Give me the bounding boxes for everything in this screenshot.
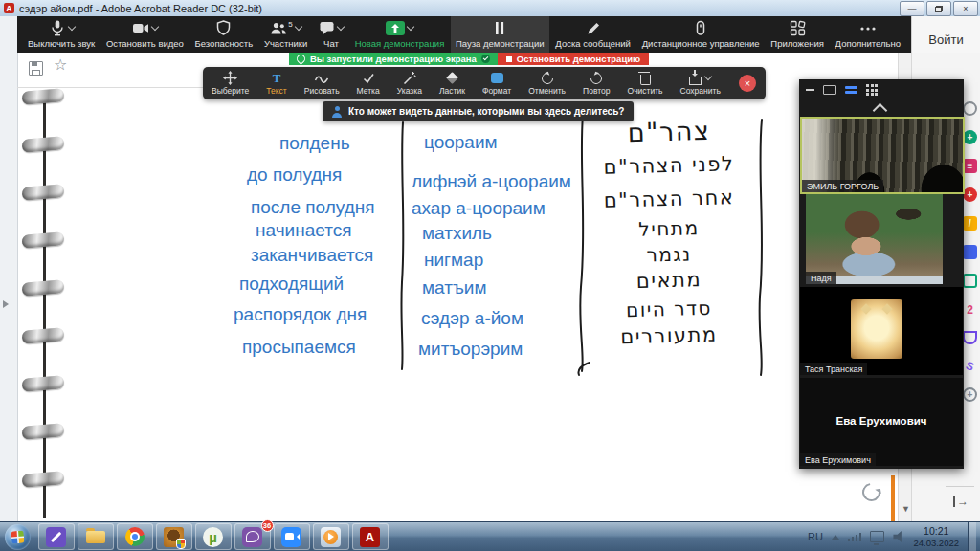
format-tool[interactable]: Формат — [479, 72, 514, 96]
scroll-down-icon[interactable]: ▼ — [902, 504, 910, 514]
hebrew-word: מתחיל — [579, 215, 760, 243]
mute-button[interactable]: Выключить звук — [23, 16, 100, 53]
eraser-tool[interactable]: Ластик — [436, 72, 468, 96]
nav-pane-toggle-icon[interactable] — [3, 300, 9, 308]
spotlight-tool[interactable]: Указка — [394, 72, 425, 96]
zoom-meeting-toolbar: Выключить звук Остановить видео Безопасн… — [17, 16, 911, 53]
close-button[interactable]: × — [953, 1, 978, 16]
volume-icon[interactable] — [893, 531, 904, 542]
redo-button[interactable]: Повтор — [580, 72, 612, 96]
screen: A сэдэр айом.pdf - Adobe Acrobat Reader … — [0, 0, 980, 551]
pencil-icon — [586, 21, 601, 36]
taskbar-zoom[interactable] — [274, 523, 310, 550]
draw-tool[interactable]: Рисовать — [301, 72, 343, 96]
participants-count: 5 — [288, 20, 292, 29]
new-share-label: Новая демонстрация — [355, 38, 445, 49]
taskbar-chrome[interactable] — [117, 523, 153, 550]
undo-button[interactable]: Отменить — [525, 72, 568, 96]
fill-sign-icon[interactable]: 2 — [963, 302, 977, 317]
chevron-down-icon[interactable] — [704, 73, 712, 80]
taskbar-viber[interactable]: 36 — [234, 523, 271, 550]
participants-button[interactable]: 5 Участники — [259, 16, 312, 53]
text-tool[interactable]: T Текст — [263, 72, 289, 96]
more-button[interactable]: Дополнительно — [831, 16, 905, 53]
speaker-view-icon[interactable] — [823, 85, 836, 95]
remote-control-button[interactable]: Дистанционное управление — [637, 16, 765, 53]
security-button[interactable]: Безопасность — [190, 16, 258, 53]
stop-share-button[interactable]: Остановить демонстрацию — [498, 53, 649, 65]
network-icon[interactable] — [870, 531, 884, 542]
taskbar-bear-app[interactable] — [156, 523, 192, 550]
search-icon[interactable] — [963, 101, 977, 116]
taskbar-file-explorer[interactable] — [78, 523, 114, 550]
apps-button[interactable]: Приложения — [766, 16, 829, 53]
orange-edge-strip — [891, 475, 895, 521]
stamp-icon[interactable] — [963, 274, 977, 288]
participants-label: Участники — [264, 38, 307, 49]
ru-word: подходящий — [239, 274, 344, 295]
create-pdf-icon[interactable]: + — [963, 187, 977, 202]
signal-strength-icon[interactable] — [848, 533, 862, 541]
acrobat-save-icon[interactable] — [29, 61, 43, 76]
hidden-icons-arrow[interactable] — [832, 535, 839, 540]
utorrent-icon: µ — [203, 527, 223, 547]
participant-video-tile[interactable]: Надя — [806, 194, 943, 284]
bear-app-icon — [164, 527, 184, 547]
protect-icon[interactable] — [963, 331, 977, 344]
chevron-down-icon[interactable] — [151, 23, 159, 31]
taskbar-media-player[interactable] — [313, 523, 349, 550]
taskbar-clock[interactable]: 10:21 24.03.2022 — [913, 525, 959, 549]
export-pdf-icon[interactable]: ≡ — [963, 159, 977, 173]
close-annotation-toolbar-button[interactable]: × — [739, 75, 756, 92]
chevron-down-icon[interactable] — [337, 23, 345, 31]
media-player-icon — [321, 527, 341, 547]
language-indicator[interactable]: RU — [808, 531, 823, 542]
chat-button[interactable]: Чат — [314, 16, 348, 53]
start-button[interactable] — [5, 524, 31, 550]
chevron-down-icon[interactable] — [295, 23, 302, 31]
text-label: Текст — [266, 86, 286, 96]
taskbar-utorrent[interactable]: µ — [195, 523, 232, 550]
edit-pdf-icon[interactable]: / — [963, 216, 977, 231]
taskbar-adobe-reader[interactable]: A — [352, 523, 389, 550]
clear-label: Очистить — [628, 86, 663, 96]
redo-label: Повтор — [583, 86, 610, 96]
save-annotation-button[interactable]: Сохранить — [678, 72, 724, 96]
stop-video-button[interactable]: Остановить видео — [101, 16, 189, 53]
participant-video-tile[interactable]: Ева Ерухимович Ева Ерухимович — [800, 378, 963, 466]
stamp-tool[interactable]: Метка — [354, 72, 383, 96]
whiteboard-button[interactable]: Доска сообщений — [550, 16, 635, 53]
combine-files-icon[interactable] — [963, 245, 977, 259]
sign-in-link[interactable]: Войти — [928, 33, 963, 47]
chevron-down-icon[interactable] — [407, 23, 414, 31]
pause-share-button[interactable]: Пауза демонстрации — [451, 16, 549, 53]
window-controls: — × — [900, 1, 978, 16]
clear-button[interactable]: Очистить — [625, 72, 666, 96]
comment-add-icon[interactable]: + — [963, 130, 977, 144]
chevron-down-icon[interactable] — [67, 23, 75, 31]
taskbar-notes-app[interactable] — [38, 523, 75, 550]
minimize-button[interactable]: — — [900, 1, 924, 16]
remote-control-icon — [693, 20, 708, 36]
panel-collapse-icon[interactable]: → — [953, 496, 969, 507]
gallery-view-icon[interactable] — [866, 84, 878, 96]
more-label: Дополнительно — [835, 38, 901, 49]
ru-word: полдень — [279, 133, 350, 154]
more-tools-icon[interactable]: + — [963, 387, 977, 402]
select-tool[interactable]: Выберите — [209, 72, 252, 96]
strip-view-icon[interactable] — [845, 86, 858, 95]
restore-button[interactable] — [926, 1, 951, 16]
new-share-button[interactable]: Новая демонстрация — [350, 16, 450, 53]
minimize-panel-icon[interactable] — [806, 89, 814, 91]
spiral-ring — [21, 423, 64, 440]
acrobat-star-icon[interactable]: ☆ — [54, 57, 67, 73]
show-desktop-button[interactable] — [968, 522, 976, 551]
participant-video-tile[interactable]: Тася Транская — [800, 287, 963, 375]
translit-word: матъим — [422, 277, 486, 298]
participant-video-tile[interactable]: ЭМИЛЬ ГОРГОЛЬ — [800, 117, 965, 194]
eraser-label: Ластик — [439, 86, 465, 96]
kitten-avatar — [851, 299, 902, 359]
windows-taskbar: µ 36 A RU 10:21 24.03.2022 — [0, 521, 980, 551]
translit-word: нигмар — [424, 250, 483, 271]
chevron-up-icon[interactable] — [873, 103, 888, 119]
